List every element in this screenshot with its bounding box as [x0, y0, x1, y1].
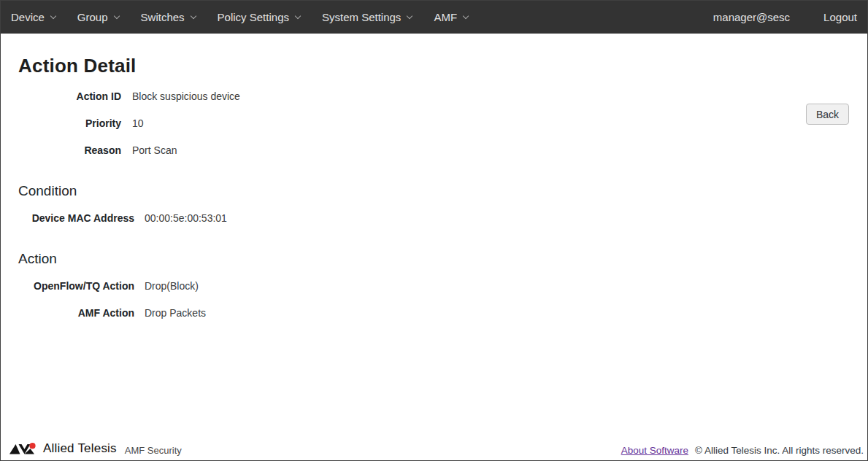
field-label: Device MAC Address: [1, 212, 134, 224]
field-label: Action ID: [1, 90, 121, 102]
nav-item-switches[interactable]: Switches: [141, 11, 196, 23]
action-fields: OpenFlow/TQ Action Drop(Block) AMF Actio…: [1, 272, 867, 326]
footer: Allied Telesis AMF Security About Softwa…: [1, 441, 867, 460]
page-title: Action Detail: [18, 55, 867, 77]
condition-section-title: Condition: [18, 183, 867, 199]
field-action-id: Action ID Block suspicious device: [1, 82, 867, 109]
back-button[interactable]: Back: [806, 104, 849, 125]
allied-telesis-logo-icon: [9, 442, 39, 455]
field-value: Block suspicious device: [132, 90, 240, 102]
field-value: Port Scan: [132, 144, 177, 156]
app-window: Device Group Switches Policy Settings Sy…: [0, 0, 868, 461]
field-reason: Reason Port Scan: [1, 136, 867, 163]
top-navbar: Device Group Switches Policy Settings Sy…: [1, 1, 867, 34]
nav-item-device[interactable]: Device: [11, 11, 55, 23]
field-value: 10: [132, 117, 144, 129]
nav-account-area: manager@sesc Logout: [713, 11, 857, 23]
field-label: AMF Action: [1, 307, 134, 319]
field-priority: Priority 10: [1, 109, 867, 136]
nav-item-policy-settings[interactable]: Policy Settings: [218, 11, 300, 23]
chevron-down-icon: [463, 12, 469, 18]
nav-item-group[interactable]: Group: [77, 11, 119, 23]
nav-item-label: Group: [77, 11, 108, 23]
footer-legal-area: About Software © Allied Telesis Inc. All…: [621, 445, 864, 456]
about-software-link[interactable]: About Software: [621, 445, 688, 456]
chevron-down-icon: [113, 12, 119, 18]
field-openflow-tq-action: OpenFlow/TQ Action Drop(Block): [1, 272, 867, 299]
footer-brand-area: Allied Telesis AMF Security: [9, 441, 182, 456]
chevron-down-icon: [407, 12, 412, 18]
copyright-text: © Allied Telesis Inc. All rights reserve…: [695, 445, 864, 456]
chevron-down-icon: [295, 12, 301, 18]
main-content: Action Detail Back Action ID Block suspi…: [1, 55, 867, 326]
condition-fields: Device MAC Address 00:00:5e:00:53:01: [1, 204, 867, 231]
chevron-down-icon: [50, 12, 56, 18]
product-name: AMF Security: [125, 442, 182, 456]
nav-item-system-settings[interactable]: System Settings: [322, 11, 412, 23]
nav-item-amf[interactable]: AMF: [434, 11, 468, 23]
nav-item-label: Policy Settings: [218, 11, 289, 23]
detail-fields: Action ID Block suspicious device Priori…: [1, 82, 867, 163]
field-amf-action: AMF Action Drop Packets: [1, 299, 867, 326]
brand-name: Allied Telesis: [43, 441, 117, 456]
nav-item-label: AMF: [434, 11, 457, 23]
nav-item-label: System Settings: [322, 11, 401, 23]
current-user[interactable]: manager@sesc: [713, 11, 790, 23]
field-value: 00:00:5e:00:53:01: [145, 212, 227, 224]
field-label: Reason: [1, 144, 121, 156]
chevron-down-icon: [190, 12, 196, 18]
action-section-title: Action: [18, 251, 867, 267]
field-device-mac-address: Device MAC Address 00:00:5e:00:53:01: [1, 204, 867, 231]
field-value: Drop Packets: [145, 307, 206, 319]
field-label: OpenFlow/TQ Action: [1, 280, 134, 292]
nav-item-label: Device: [11, 11, 45, 23]
logout-button[interactable]: Logout: [823, 11, 857, 23]
field-label: Priority: [1, 117, 121, 129]
nav-item-label: Switches: [141, 11, 185, 23]
nav-menu: Device Group Switches Policy Settings Sy…: [11, 11, 468, 23]
field-value: Drop(Block): [145, 280, 199, 292]
